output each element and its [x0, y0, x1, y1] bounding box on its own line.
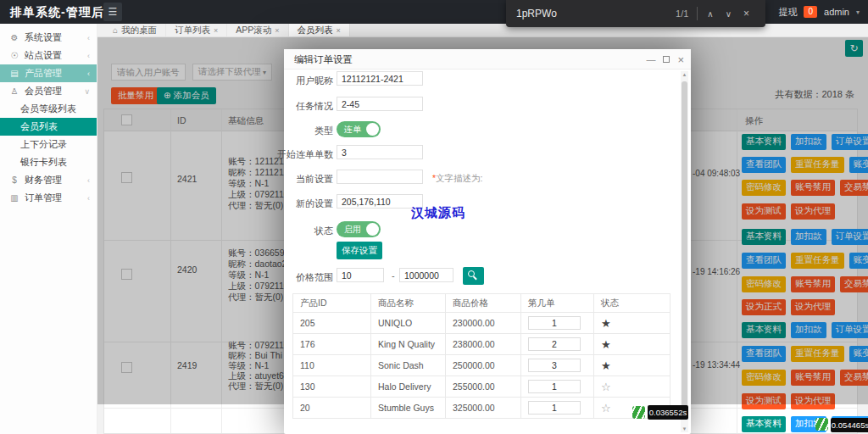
- scroll-down-icon[interactable]: ▼: [681, 426, 688, 431]
- debug-timer-icon[interactable]: [815, 418, 828, 431]
- debug-timer-tooltip: 0.054465s: [831, 418, 868, 432]
- product-table-header: 产品ID商品名称商品价格第几单状态: [293, 294, 670, 313]
- sidebar-item-system-settings[interactable]: ⚙ 系统设置 ‹: [0, 29, 97, 47]
- withdraw-badge[interactable]: 0: [804, 6, 817, 18]
- price-min-input[interactable]: [337, 268, 384, 282]
- user-menu[interactable]: admin: [824, 7, 849, 17]
- star-filled-icon[interactable]: ★: [601, 338, 611, 351]
- close-icon[interactable]: ×: [677, 53, 684, 66]
- product-name: Stumble Guys: [371, 398, 446, 419]
- star-filled-icon[interactable]: ★: [601, 359, 611, 372]
- menu-toggle-icon[interactable]: ☰: [103, 3, 122, 21]
- order-number-input[interactable]: [528, 316, 581, 330]
- status-toggle[interactable]: 启用: [337, 221, 381, 237]
- nickname-input[interactable]: [337, 71, 423, 86]
- sidebar-item-order-management[interactable]: ▥ 订单管理 ‹: [0, 189, 97, 207]
- scrollbar-thumb[interactable]: [682, 81, 687, 416]
- product-name: King N Quality: [371, 334, 446, 355]
- order-number-input[interactable]: [528, 401, 581, 415]
- close-icon[interactable]: ×: [275, 26, 279, 35]
- type-toggle[interactable]: 连单: [337, 121, 381, 137]
- chevron-down-icon: ∨: [84, 87, 90, 96]
- chevron-down-icon: ▾: [856, 8, 860, 16]
- sidebar-item-member-management[interactable]: ♙ 会员管理 ∨: [0, 82, 97, 100]
- sidebar-item-site-settings[interactable]: ☉ 站点设置 ‹: [0, 47, 97, 64]
- start-count-input[interactable]: [337, 145, 423, 159]
- home-icon: ⌂: [113, 25, 118, 35]
- order-number-input[interactable]: [528, 337, 581, 351]
- app-title: 排单系统-管理后台: [10, 0, 117, 24]
- new-setting-input[interactable]: [337, 194, 423, 209]
- chevron-left-icon: ‹: [87, 194, 90, 203]
- product-price: 230000.00: [446, 313, 521, 334]
- star-empty-icon[interactable]: ☆: [601, 402, 611, 415]
- tab-member-list[interactable]: 会员列表×: [289, 24, 350, 36]
- finance-icon: $: [9, 175, 19, 185]
- chevron-left-icon: ‹: [87, 176, 90, 185]
- product-name: UNIQLO: [371, 313, 446, 334]
- field-label: 新的设置: [296, 198, 333, 210]
- minimize-icon[interactable]: —: [646, 54, 655, 64]
- save-settings-button[interactable]: 保存设置: [337, 242, 382, 259]
- star-filled-icon[interactable]: ★: [601, 317, 611, 330]
- find-match-count: 1/1: [676, 8, 688, 19]
- debug-timer-icon[interactable]: [632, 406, 645, 419]
- sidebar: ⚙ 系统设置 ‹ ☉ 站点设置 ‹ ▤ 产品管理 ‹ ♙ 会员管理 ∨ 会员等级…: [0, 24, 97, 434]
- divider: [697, 7, 698, 20]
- field-label: 价格范围: [296, 271, 333, 284]
- close-icon[interactable]: ×: [337, 26, 341, 35]
- basic-info-button[interactable]: 基本资料: [742, 416, 786, 432]
- product-id: 176: [293, 334, 371, 355]
- order-icon: ▥: [9, 193, 19, 203]
- sidebar-item-member-list[interactable]: 会员列表: [0, 118, 97, 136]
- find-prev-button[interactable]: ∧: [701, 9, 719, 19]
- star-empty-icon[interactable]: ☆: [601, 381, 611, 393]
- current-setting-input[interactable]: [337, 170, 423, 184]
- product-icon: ▤: [9, 69, 19, 78]
- sidebar-item-finance-management[interactable]: $ 财务管理 ‹: [0, 171, 97, 189]
- debug-timer-tooltip: 0.036552s: [648, 405, 688, 420]
- field-label: 任务情况: [296, 100, 333, 113]
- find-bar: 1pRPWo 1/1 ∧ ∨ ×: [506, 0, 765, 27]
- close-icon[interactable]: ×: [214, 26, 218, 35]
- tab-order-list[interactable]: 订单列表×: [166, 24, 227, 36]
- field-label: 用户昵称: [296, 75, 333, 87]
- product-price: 325000.00: [446, 398, 521, 419]
- price-max-input[interactable]: [399, 268, 453, 282]
- chevron-left-icon: ‹: [87, 70, 90, 78]
- product-id: 130: [293, 376, 371, 398]
- watermark: 汉城源码: [411, 205, 465, 221]
- product-table: 产品ID商品名称商品价格第几单状态 205 UNIQLO 230000.00 ★…: [292, 293, 670, 419]
- sidebar-item-score-records[interactable]: 上下分记录: [0, 136, 97, 153]
- modal-scrollbar[interactable]: ▲ ▼: [681, 71, 688, 432]
- task-input[interactable]: [337, 97, 423, 111]
- product-price: 238000.00: [446, 334, 521, 355]
- order-number-input[interactable]: [528, 359, 581, 372]
- product-price: 255000.00: [446, 376, 521, 398]
- product-row: 176 King N Quality 238000.00 ★: [293, 334, 670, 355]
- price-separator: -: [392, 270, 395, 281]
- field-note: *文字描述为:: [432, 173, 483, 185]
- maximize-icon[interactable]: [663, 56, 670, 63]
- find-next-button[interactable]: ∨: [720, 9, 737, 19]
- product-id: 110: [293, 355, 371, 376]
- product-price: 250000.00: [446, 355, 521, 376]
- chevron-left-icon: ‹: [87, 52, 90, 60]
- site-icon: ☉: [9, 51, 19, 60]
- find-close-button[interactable]: ×: [737, 8, 755, 19]
- tab-desktop[interactable]: ⌂ 我的桌面: [104, 24, 166, 36]
- chevron-left-icon: ‹: [87, 34, 90, 42]
- find-query[interactable]: 1pRPWo: [516, 8, 676, 19]
- order-number-input[interactable]: [528, 380, 581, 393]
- withdraw-link[interactable]: 提现: [778, 6, 797, 19]
- product-row: 110 Sonic Dash 250000.00 ★: [293, 355, 670, 376]
- sidebar-item-product-management[interactable]: ▤ 产品管理 ‹: [0, 64, 97, 82]
- member-icon: ♙: [9, 86, 19, 96]
- price-search-button[interactable]: [463, 267, 484, 285]
- product-name: Sonic Dash: [371, 355, 446, 376]
- sidebar-item-member-level-list[interactable]: 会员等级列表: [0, 100, 97, 118]
- field-label: 状态: [314, 225, 333, 237]
- scroll-up-icon[interactable]: ▲: [681, 72, 688, 77]
- tab-app-scroll[interactable]: APP滚动×: [227, 24, 288, 36]
- sidebar-item-bank-card-list[interactable]: 银行卡列表: [0, 153, 97, 171]
